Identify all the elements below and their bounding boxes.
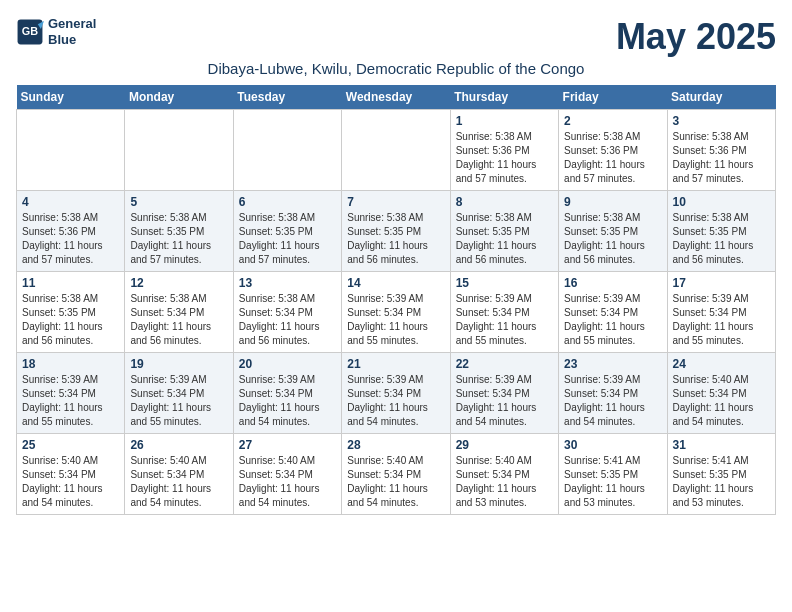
day-info: Sunrise: 5:38 AM Sunset: 5:35 PM Dayligh… xyxy=(347,211,444,267)
day-number: 10 xyxy=(673,195,770,209)
day-info: Sunrise: 5:38 AM Sunset: 5:35 PM Dayligh… xyxy=(564,211,661,267)
day-number: 7 xyxy=(347,195,444,209)
day-info: Sunrise: 5:38 AM Sunset: 5:35 PM Dayligh… xyxy=(130,211,227,267)
calendar-cell: 7Sunrise: 5:38 AM Sunset: 5:35 PM Daylig… xyxy=(342,191,450,272)
calendar-cell xyxy=(342,110,450,191)
day-info: Sunrise: 5:39 AM Sunset: 5:34 PM Dayligh… xyxy=(564,373,661,429)
day-number: 2 xyxy=(564,114,661,128)
day-info: Sunrise: 5:39 AM Sunset: 5:34 PM Dayligh… xyxy=(347,292,444,348)
day-number: 11 xyxy=(22,276,119,290)
calendar-cell: 28Sunrise: 5:40 AM Sunset: 5:34 PM Dayli… xyxy=(342,434,450,515)
header-sunday: Sunday xyxy=(17,85,125,110)
day-info: Sunrise: 5:41 AM Sunset: 5:35 PM Dayligh… xyxy=(564,454,661,510)
page-header: GB General Blue May 2025 xyxy=(16,16,776,60)
day-info: Sunrise: 5:39 AM Sunset: 5:34 PM Dayligh… xyxy=(673,292,770,348)
calendar-week-row: 4Sunrise: 5:38 AM Sunset: 5:36 PM Daylig… xyxy=(17,191,776,272)
day-number: 12 xyxy=(130,276,227,290)
day-info: Sunrise: 5:39 AM Sunset: 5:34 PM Dayligh… xyxy=(239,373,336,429)
day-number: 25 xyxy=(22,438,119,452)
calendar-cell: 30Sunrise: 5:41 AM Sunset: 5:35 PM Dayli… xyxy=(559,434,667,515)
calendar-cell: 21Sunrise: 5:39 AM Sunset: 5:34 PM Dayli… xyxy=(342,353,450,434)
calendar-cell: 13Sunrise: 5:38 AM Sunset: 5:34 PM Dayli… xyxy=(233,272,341,353)
calendar-cell: 26Sunrise: 5:40 AM Sunset: 5:34 PM Dayli… xyxy=(125,434,233,515)
day-number: 13 xyxy=(239,276,336,290)
calendar-cell: 24Sunrise: 5:40 AM Sunset: 5:34 PM Dayli… xyxy=(667,353,775,434)
header-monday: Monday xyxy=(125,85,233,110)
day-number: 17 xyxy=(673,276,770,290)
calendar-week-row: 1Sunrise: 5:38 AM Sunset: 5:36 PM Daylig… xyxy=(17,110,776,191)
day-number: 24 xyxy=(673,357,770,371)
page-container: GB General Blue May 2025 Dibaya-Lubwe, K… xyxy=(16,16,776,515)
day-number: 3 xyxy=(673,114,770,128)
calendar-cell: 12Sunrise: 5:38 AM Sunset: 5:34 PM Dayli… xyxy=(125,272,233,353)
header-tuesday: Tuesday xyxy=(233,85,341,110)
day-info: Sunrise: 5:38 AM Sunset: 5:36 PM Dayligh… xyxy=(673,130,770,186)
calendar-cell: 3Sunrise: 5:38 AM Sunset: 5:36 PM Daylig… xyxy=(667,110,775,191)
day-number: 20 xyxy=(239,357,336,371)
calendar-week-row: 25Sunrise: 5:40 AM Sunset: 5:34 PM Dayli… xyxy=(17,434,776,515)
calendar-cell: 9Sunrise: 5:38 AM Sunset: 5:35 PM Daylig… xyxy=(559,191,667,272)
calendar-cell: 18Sunrise: 5:39 AM Sunset: 5:34 PM Dayli… xyxy=(17,353,125,434)
day-info: Sunrise: 5:38 AM Sunset: 5:35 PM Dayligh… xyxy=(22,292,119,348)
day-info: Sunrise: 5:38 AM Sunset: 5:36 PM Dayligh… xyxy=(456,130,553,186)
calendar-table: Sunday Monday Tuesday Wednesday Thursday… xyxy=(16,85,776,515)
day-info: Sunrise: 5:39 AM Sunset: 5:34 PM Dayligh… xyxy=(456,292,553,348)
day-number: 1 xyxy=(456,114,553,128)
day-info: Sunrise: 5:38 AM Sunset: 5:35 PM Dayligh… xyxy=(239,211,336,267)
day-number: 18 xyxy=(22,357,119,371)
header-friday: Friday xyxy=(559,85,667,110)
day-info: Sunrise: 5:39 AM Sunset: 5:34 PM Dayligh… xyxy=(564,292,661,348)
calendar-week-row: 11Sunrise: 5:38 AM Sunset: 5:35 PM Dayli… xyxy=(17,272,776,353)
calendar-cell: 1Sunrise: 5:38 AM Sunset: 5:36 PM Daylig… xyxy=(450,110,558,191)
day-number: 14 xyxy=(347,276,444,290)
calendar-cell: 16Sunrise: 5:39 AM Sunset: 5:34 PM Dayli… xyxy=(559,272,667,353)
calendar-cell: 17Sunrise: 5:39 AM Sunset: 5:34 PM Dayli… xyxy=(667,272,775,353)
day-number: 6 xyxy=(239,195,336,209)
day-info: Sunrise: 5:39 AM Sunset: 5:34 PM Dayligh… xyxy=(22,373,119,429)
calendar-cell: 29Sunrise: 5:40 AM Sunset: 5:34 PM Dayli… xyxy=(450,434,558,515)
calendar-cell: 19Sunrise: 5:39 AM Sunset: 5:34 PM Dayli… xyxy=(125,353,233,434)
calendar-cell xyxy=(233,110,341,191)
day-info: Sunrise: 5:38 AM Sunset: 5:34 PM Dayligh… xyxy=(239,292,336,348)
header-saturday: Saturday xyxy=(667,85,775,110)
day-number: 23 xyxy=(564,357,661,371)
day-number: 19 xyxy=(130,357,227,371)
day-info: Sunrise: 5:40 AM Sunset: 5:34 PM Dayligh… xyxy=(22,454,119,510)
calendar-cell: 15Sunrise: 5:39 AM Sunset: 5:34 PM Dayli… xyxy=(450,272,558,353)
day-number: 8 xyxy=(456,195,553,209)
day-number: 31 xyxy=(673,438,770,452)
location-title: Dibaya-Lubwe, Kwilu, Democratic Republic… xyxy=(16,60,776,77)
day-info: Sunrise: 5:39 AM Sunset: 5:34 PM Dayligh… xyxy=(456,373,553,429)
header-thursday: Thursday xyxy=(450,85,558,110)
calendar-cell: 6Sunrise: 5:38 AM Sunset: 5:35 PM Daylig… xyxy=(233,191,341,272)
day-number: 21 xyxy=(347,357,444,371)
day-number: 26 xyxy=(130,438,227,452)
day-info: Sunrise: 5:40 AM Sunset: 5:34 PM Dayligh… xyxy=(130,454,227,510)
day-number: 15 xyxy=(456,276,553,290)
calendar-cell: 31Sunrise: 5:41 AM Sunset: 5:35 PM Dayli… xyxy=(667,434,775,515)
day-info: Sunrise: 5:38 AM Sunset: 5:35 PM Dayligh… xyxy=(456,211,553,267)
calendar-cell: 25Sunrise: 5:40 AM Sunset: 5:34 PM Dayli… xyxy=(17,434,125,515)
day-info: Sunrise: 5:40 AM Sunset: 5:34 PM Dayligh… xyxy=(347,454,444,510)
calendar-cell: 2Sunrise: 5:38 AM Sunset: 5:36 PM Daylig… xyxy=(559,110,667,191)
calendar-cell: 22Sunrise: 5:39 AM Sunset: 5:34 PM Dayli… xyxy=(450,353,558,434)
logo-text: General Blue xyxy=(48,16,96,47)
calendar-cell: 23Sunrise: 5:39 AM Sunset: 5:34 PM Dayli… xyxy=(559,353,667,434)
day-info: Sunrise: 5:39 AM Sunset: 5:34 PM Dayligh… xyxy=(347,373,444,429)
logo-icon: GB xyxy=(16,18,44,46)
day-info: Sunrise: 5:40 AM Sunset: 5:34 PM Dayligh… xyxy=(239,454,336,510)
day-number: 4 xyxy=(22,195,119,209)
day-number: 29 xyxy=(456,438,553,452)
calendar-cell: 5Sunrise: 5:38 AM Sunset: 5:35 PM Daylig… xyxy=(125,191,233,272)
calendar-cell: 11Sunrise: 5:38 AM Sunset: 5:35 PM Dayli… xyxy=(17,272,125,353)
day-number: 28 xyxy=(347,438,444,452)
day-number: 30 xyxy=(564,438,661,452)
logo: GB General Blue xyxy=(16,16,96,47)
day-info: Sunrise: 5:41 AM Sunset: 5:35 PM Dayligh… xyxy=(673,454,770,510)
day-number: 27 xyxy=(239,438,336,452)
day-number: 22 xyxy=(456,357,553,371)
calendar-header-row: Sunday Monday Tuesday Wednesday Thursday… xyxy=(17,85,776,110)
calendar-cell xyxy=(125,110,233,191)
calendar-week-row: 18Sunrise: 5:39 AM Sunset: 5:34 PM Dayli… xyxy=(17,353,776,434)
calendar-cell: 14Sunrise: 5:39 AM Sunset: 5:34 PM Dayli… xyxy=(342,272,450,353)
